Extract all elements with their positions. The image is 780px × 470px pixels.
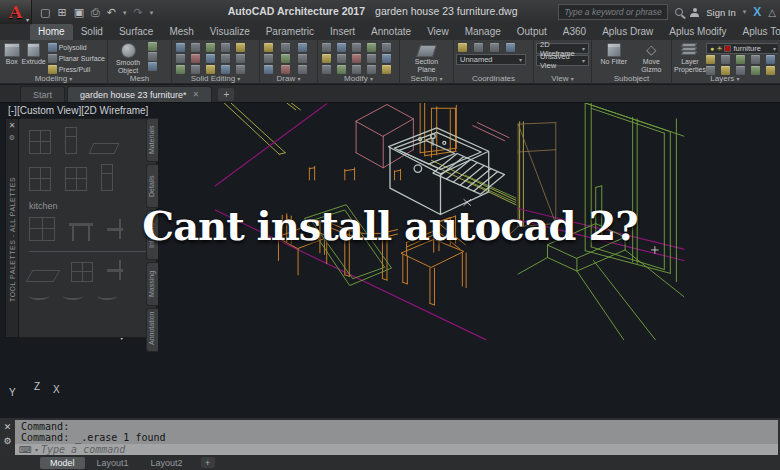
open-file-icon[interactable]: ⊞: [57, 7, 66, 18]
draw-tool-icon[interactable]: [281, 54, 290, 63]
palette-tool-chair[interactable]: [107, 219, 123, 241]
layout-tab-layout2[interactable]: Layout2: [141, 457, 193, 469]
palette-tool-armchair[interactable]: [107, 260, 123, 282]
layout-tab-layout1[interactable]: Layout1: [87, 457, 139, 469]
gear-icon[interactable]: ⚙: [9, 134, 15, 141]
ribbon-tab-view[interactable]: View: [419, 24, 457, 40]
palette-tool-table[interactable]: [69, 223, 93, 241]
extrude-button[interactable]: Extrude: [22, 42, 46, 66]
box-button[interactable]: Box: [2, 42, 22, 66]
search-icon[interactable]: [675, 8, 683, 16]
layer-dropdown[interactable]: ● ☀ furniture ▾: [706, 43, 778, 54]
ribbon-tab-aplus-draw[interactable]: Aplus Draw: [594, 24, 661, 40]
layer-tool-icon[interactable]: [736, 55, 745, 64]
ucs-tool-icon[interactable]: [474, 43, 483, 52]
panel-label-draw[interactable]: Draw ▾: [260, 73, 317, 84]
plot-icon[interactable]: ⎙: [91, 7, 100, 18]
draw-tool-icon[interactable]: [264, 43, 273, 52]
palette-tool-bed[interactable]: [26, 270, 61, 282]
ribbon-tab-aplus-modify[interactable]: Aplus Modify: [661, 24, 734, 40]
no-filter-button[interactable]: No Filter: [595, 42, 633, 66]
modify-tool-icon[interactable]: [322, 43, 331, 52]
layer-tool-icon[interactable]: [721, 55, 730, 64]
help-search-input[interactable]: [558, 4, 668, 20]
draw-tool-icon[interactable]: [281, 43, 290, 52]
modify-tool-icon[interactable]: [382, 54, 391, 63]
polysolid-button[interactable]: Polysolid: [48, 42, 105, 52]
ribbon-tab-mesh[interactable]: Mesh: [161, 24, 201, 40]
solid-edit-icon[interactable]: [176, 43, 185, 52]
modify-tool-icon[interactable]: [382, 43, 391, 52]
palette-tool-wardrobe[interactable]: [29, 217, 55, 241]
planar-surface-button[interactable]: Planar Surface: [48, 53, 105, 63]
help-icon[interactable]: △: [768, 7, 776, 18]
ribbon-tab-parametric[interactable]: Parametric: [258, 24, 322, 40]
smooth-object-button[interactable]: Smooth Object: [110, 42, 146, 75]
layer-tool-icon[interactable]: [706, 55, 715, 64]
solid-edit-icon[interactable]: [191, 54, 200, 63]
solid-edit-icon[interactable]: [191, 43, 200, 52]
palette-tab-annotation[interactable]: Annotation: [146, 308, 158, 352]
ribbon-tab-solid[interactable]: Solid: [73, 24, 111, 40]
file-tab-start[interactable]: Start: [20, 86, 65, 102]
modify-tool-icon[interactable]: [337, 54, 346, 63]
layer-tool-icon[interactable]: [766, 55, 775, 64]
undo-dropdown-icon[interactable]: ▾: [123, 9, 127, 16]
palette-tab-massing[interactable]: Massing: [146, 262, 158, 306]
ucs-tool-icon[interactable]: [506, 43, 515, 52]
section-plane-button[interactable]: Section Plane: [405, 42, 449, 74]
layer-tool-icon[interactable]: [751, 55, 760, 64]
mesh-tool-icon[interactable]: [148, 52, 157, 61]
panel-label-view[interactable]: View ▾: [534, 73, 591, 84]
close-icon[interactable]: ✕: [193, 90, 200, 99]
draw-tool-icon[interactable]: [264, 54, 273, 63]
solid-edit-icon[interactable]: [206, 54, 215, 63]
signin-dropdown-icon[interactable]: ▾: [743, 8, 747, 16]
panel-label-section[interactable]: Section ▾: [400, 73, 453, 84]
file-tab-drawing[interactable]: garden house 23 furniture* ✕: [67, 86, 212, 102]
move-gizmo-button[interactable]: ◇ Move Gizmo: [634, 42, 668, 74]
sign-in-button[interactable]: Sign In: [706, 7, 736, 18]
undo-icon[interactable]: ↶: [107, 7, 116, 18]
modify-tool-icon[interactable]: [352, 43, 361, 52]
autodesk-exchange-icon[interactable]: Χ: [753, 5, 761, 19]
palette-tool-pantry[interactable]: [101, 164, 113, 191]
command-input[interactable]: [41, 444, 774, 455]
ribbon-tab-manage[interactable]: Manage: [457, 24, 509, 40]
named-view-dropdown[interactable]: Unsaved View ▾: [536, 55, 589, 66]
panel-label-coordinates[interactable]: Coordinates: [454, 73, 533, 84]
solid-edit-icon[interactable]: [221, 43, 230, 52]
viewport-controls[interactable]: [-][Custom View][2D Wireframe]: [8, 105, 148, 116]
palette-tool-base-cabinet[interactable]: [29, 167, 51, 191]
panel-label-layers[interactable]: Layers ▾: [672, 73, 778, 84]
ribbon-tab-a360[interactable]: A360: [555, 24, 594, 40]
ribbon-tab-aplus-tools[interactable]: Aplus Tools: [735, 24, 780, 40]
solid-edit-icon[interactable]: [236, 43, 245, 52]
palette-tool-drawer-unit[interactable]: [65, 167, 87, 191]
mesh-tool-icon[interactable]: [148, 42, 157, 51]
ribbon-tab-visualize[interactable]: Visualize: [202, 24, 258, 40]
modify-tool-icon[interactable]: [322, 54, 331, 63]
draw-tool-icon[interactable]: [298, 54, 307, 63]
tool-palette-titlebar[interactable]: ✕ ⚙ TOOL PALETTES - ALL PALETTES: [5, 118, 19, 338]
panel-label-mesh[interactable]: Mesh: [108, 73, 171, 84]
solid-edit-icon[interactable]: [236, 54, 245, 63]
save-icon[interactable]: ▣: [74, 7, 84, 18]
palette-tab-materials[interactable]: Materials: [146, 118, 158, 162]
layer-properties-button[interactable]: Layer Properties: [674, 42, 706, 74]
solid-edit-icon[interactable]: [221, 54, 230, 63]
ucs-named-dropdown[interactable]: Unnamed ▾: [456, 54, 526, 65]
palette-tool-cabinet[interactable]: [29, 130, 51, 154]
chevron-down-icon[interactable]: ▾: [35, 446, 38, 453]
solid-edit-icon[interactable]: [206, 43, 215, 52]
ribbon-tab-output[interactable]: Output: [509, 24, 555, 40]
modify-tool-icon[interactable]: [367, 54, 376, 63]
solid-edit-icon[interactable]: [176, 54, 185, 63]
panel-label-modify[interactable]: Modify ▾: [318, 73, 399, 84]
qat-dropdown-icon[interactable]: ▾: [150, 9, 154, 16]
palette-tool-arc[interactable]: [97, 292, 117, 300]
ribbon-tab-home[interactable]: Home: [30, 24, 73, 40]
layout-tab-model[interactable]: Model: [40, 457, 85, 469]
command-history[interactable]: Command: Command: _.erase 1 found: [15, 420, 778, 444]
ribbon-tab-insert[interactable]: Insert: [322, 24, 363, 40]
